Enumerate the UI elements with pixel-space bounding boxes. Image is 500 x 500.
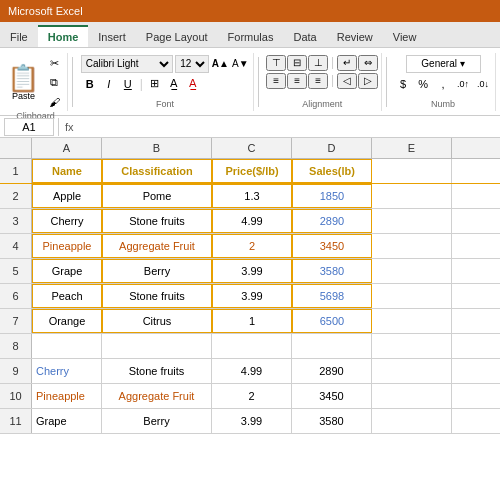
font-color-button[interactable]: A̲	[184, 75, 202, 93]
merge-button[interactable]: ⇔	[358, 55, 378, 71]
cell-b1[interactable]: Classification	[102, 159, 212, 183]
cell-a4[interactable]: Pineapple	[32, 234, 102, 258]
currency-button[interactable]: $	[394, 75, 412, 93]
cell-a1[interactable]: Name	[32, 159, 102, 183]
align-bottom-button[interactable]: ⊥	[308, 55, 328, 71]
cell-d3[interactable]: 2890	[292, 209, 372, 233]
cell-b2[interactable]: Pome	[102, 184, 212, 208]
cell-a10[interactable]: Pineapple	[32, 384, 102, 408]
cell-e2[interactable]	[372, 184, 452, 208]
dec-increase-button[interactable]: .0↑	[454, 75, 472, 93]
col-header-c[interactable]: C	[212, 138, 292, 158]
cell-e9[interactable]	[372, 359, 452, 383]
row-header-9[interactable]: 9	[0, 359, 32, 383]
cell-e10[interactable]	[372, 384, 452, 408]
cell-e5[interactable]	[372, 259, 452, 283]
formula-input[interactable]	[80, 121, 496, 133]
cell-b4[interactable]: Aggregate Fruit	[102, 234, 212, 258]
cell-b7[interactable]: Citrus	[102, 309, 212, 333]
row-header-11[interactable]: 11	[0, 409, 32, 433]
row-header-8[interactable]: 8	[0, 334, 32, 358]
cell-d8[interactable]	[292, 334, 372, 358]
number-format-select[interactable]: General ▾	[406, 55, 481, 73]
row-header-4[interactable]: 4	[0, 234, 32, 258]
col-header-d[interactable]: D	[292, 138, 372, 158]
cell-d9[interactable]: 2890	[292, 359, 372, 383]
row-header-2[interactable]: 2	[0, 184, 32, 208]
indent-more-button[interactable]: ▷	[358, 73, 378, 89]
col-header-a[interactable]: A	[32, 138, 102, 158]
cell-d4[interactable]: 3450	[292, 234, 372, 258]
tab-formulas[interactable]: Formulas	[218, 27, 284, 47]
cell-a7[interactable]: Orange	[32, 309, 102, 333]
align-left-button[interactable]: ≡	[266, 73, 286, 89]
cell-c7[interactable]: 1	[212, 309, 292, 333]
cell-a3[interactable]: Cherry	[32, 209, 102, 233]
cell-c9[interactable]: 4.99	[212, 359, 292, 383]
col-header-b[interactable]: B	[102, 138, 212, 158]
cell-c6[interactable]: 3.99	[212, 284, 292, 308]
cell-e8[interactable]	[372, 334, 452, 358]
tab-page-layout[interactable]: Page Layout	[136, 27, 218, 47]
cell-e3[interactable]	[372, 209, 452, 233]
decrease-font-button[interactable]: A▼	[231, 55, 249, 73]
comma-button[interactable]: ,	[434, 75, 452, 93]
dec-decrease-button[interactable]: .0↓	[474, 75, 492, 93]
tab-home[interactable]: Home	[38, 25, 89, 47]
align-right-button[interactable]: ≡	[308, 73, 328, 89]
cell-c3[interactable]: 4.99	[212, 209, 292, 233]
cell-d2[interactable]: 1850	[292, 184, 372, 208]
cell-c2[interactable]: 1.3	[212, 184, 292, 208]
row-header-10[interactable]: 10	[0, 384, 32, 408]
cell-c10[interactable]: 2	[212, 384, 292, 408]
cell-b8[interactable]	[102, 334, 212, 358]
cell-a6[interactable]: Peach	[32, 284, 102, 308]
tab-view[interactable]: View	[383, 27, 427, 47]
cell-b6[interactable]: Stone fruits	[102, 284, 212, 308]
tab-file[interactable]: File	[0, 27, 38, 47]
cell-a8[interactable]	[32, 334, 102, 358]
copy-button[interactable]: ⧉	[45, 74, 63, 92]
wrap-text-button[interactable]: ↵	[337, 55, 357, 71]
cell-c11[interactable]: 3.99	[212, 409, 292, 433]
cell-b10[interactable]: Aggregate Fruit	[102, 384, 212, 408]
cell-d1[interactable]: Sales(lb)	[292, 159, 372, 183]
cell-d10[interactable]: 3450	[292, 384, 372, 408]
align-top-button[interactable]: ⊤	[266, 55, 286, 71]
select-all-button[interactable]	[0, 138, 32, 158]
percent-button[interactable]: %	[414, 75, 432, 93]
cell-b11[interactable]: Berry	[102, 409, 212, 433]
row-header-5[interactable]: 5	[0, 259, 32, 283]
cell-d11[interactable]: 3580	[292, 409, 372, 433]
row-header-1[interactable]: 1	[0, 159, 32, 183]
row-header-6[interactable]: 6	[0, 284, 32, 308]
cell-e1[interactable]	[372, 159, 452, 183]
align-middle-button[interactable]: ⊟	[287, 55, 307, 71]
cell-c1[interactable]: Price($/lb)	[212, 159, 292, 183]
cell-a9[interactable]: Cherry	[32, 359, 102, 383]
font-name-select[interactable]: Calibri Light	[81, 55, 173, 73]
italic-button[interactable]: I	[100, 75, 118, 93]
cell-c5[interactable]: 3.99	[212, 259, 292, 283]
tab-data[interactable]: Data	[283, 27, 326, 47]
cell-a11[interactable]: Grape	[32, 409, 102, 433]
cell-b9[interactable]: Stone fruits	[102, 359, 212, 383]
col-header-e[interactable]: E	[372, 138, 452, 158]
row-header-7[interactable]: 7	[0, 309, 32, 333]
fill-color-button[interactable]: A̲	[165, 75, 183, 93]
underline-button[interactable]: U	[119, 75, 137, 93]
paste-button[interactable]: 📋 Paste	[7, 65, 39, 101]
font-size-select[interactable]: 12	[175, 55, 209, 73]
tab-review[interactable]: Review	[327, 27, 383, 47]
cut-button[interactable]: ✂	[45, 55, 63, 73]
tab-insert[interactable]: Insert	[88, 27, 136, 47]
cell-b3[interactable]: Stone fruits	[102, 209, 212, 233]
cell-e7[interactable]	[372, 309, 452, 333]
cell-e11[interactable]	[372, 409, 452, 433]
indent-less-button[interactable]: ◁	[337, 73, 357, 89]
cell-e6[interactable]	[372, 284, 452, 308]
cell-c8[interactable]	[212, 334, 292, 358]
cell-e4[interactable]	[372, 234, 452, 258]
bold-button[interactable]: B	[81, 75, 99, 93]
cell-b5[interactable]: Berry	[102, 259, 212, 283]
